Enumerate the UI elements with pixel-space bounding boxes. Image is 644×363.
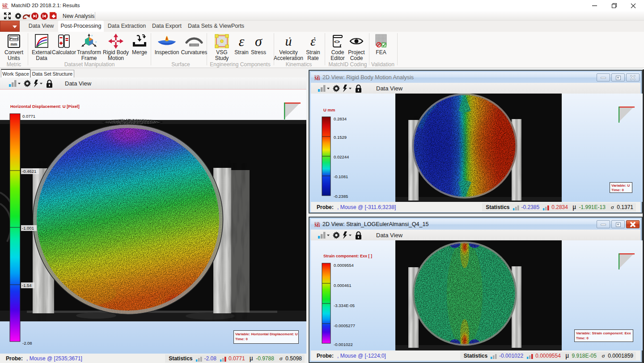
svg-text:-0.4621: -0.4621 xyxy=(22,169,36,174)
svg-text:mm: mm xyxy=(10,42,17,47)
svg-text:-0.1081: -0.1081 xyxy=(334,174,348,179)
svg-text:Horizontal Displacement: U [Pi: Horizontal Displacement: U [Pixel] xyxy=(10,104,80,109)
svg-text:0.2834: 0.2834 xyxy=(334,116,347,121)
svg-text:0.0009554: 0.0009554 xyxy=(334,263,354,268)
svg-text:Mi: Mi xyxy=(2,4,7,9)
svg-text:<>: <> xyxy=(334,39,340,44)
svg-text:-2.08: -2.08 xyxy=(22,341,32,346)
svg-text:-3.334E-05: -3.334E-05 xyxy=(334,303,355,308)
svg-text:0.1529: 0.1529 xyxy=(334,135,347,140)
svg-text:U mm: U mm xyxy=(323,107,335,112)
svg-text:0.02244: 0.02244 xyxy=(334,154,349,159)
svg-text:-1.001: -1.001 xyxy=(22,226,34,231)
svg-text:-0.2385: -0.2385 xyxy=(334,194,348,199)
svg-text:0.000461: 0.000461 xyxy=(334,283,352,288)
svg-text:-1.54: -1.54 xyxy=(22,283,32,288)
svg-text:y: y xyxy=(95,40,97,43)
svg-text:Pixel: Pixel xyxy=(10,37,18,41)
svg-text:0.0771: 0.0771 xyxy=(22,114,35,119)
svg-text:Mi: Mi xyxy=(314,76,320,81)
svg-text:Mi: Mi xyxy=(314,223,320,228)
svg-text:-0.0005277: -0.0005277 xyxy=(334,323,355,328)
svg-text:x: x xyxy=(91,34,93,37)
svg-text:-0.001022: -0.001022 xyxy=(334,342,353,347)
svg-text:Strain component: Exx [ ]: Strain component: Exx [ ] xyxy=(323,254,372,258)
